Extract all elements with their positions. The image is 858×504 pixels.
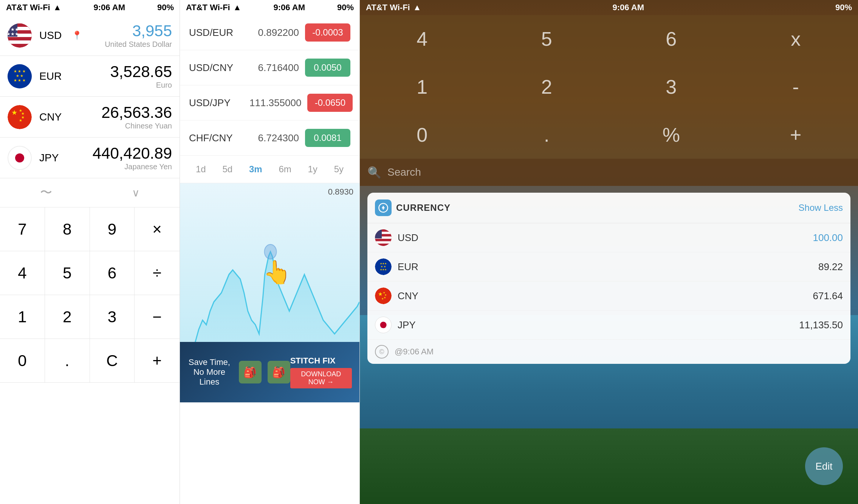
- rate-usdeur: 0.892200: [249, 27, 299, 39]
- show-less-button[interactable]: Show Less: [799, 203, 843, 213]
- widget-header: CURRENCY Show Less: [367, 193, 850, 223]
- p3-key-x[interactable]: x: [734, 15, 858, 63]
- cny-name: Chinese Yuan: [101, 122, 172, 130]
- p3-key-0[interactable]: 0: [360, 111, 485, 159]
- cny-value: 26,563.36: [101, 104, 172, 122]
- time-3m[interactable]: 3m: [245, 162, 267, 177]
- key-9[interactable]: 9: [90, 207, 135, 251]
- widget-value-cny: 671.64: [813, 290, 843, 302]
- key-5[interactable]: 5: [45, 251, 90, 295]
- footer-time: @9:06 AM: [395, 347, 434, 357]
- chevron-down-icon[interactable]: ∨: [132, 187, 140, 199]
- change-usdjpy: -0.0650: [307, 94, 353, 112]
- time-panel3: 9:06 AM: [612, 3, 644, 12]
- time-6m[interactable]: 6m: [274, 162, 296, 177]
- status-bar-panel2: AT&T Wi-Fi ▲ 9:06 AM 90%: [180, 0, 360, 15]
- jpy-dot: [380, 322, 387, 328]
- widget-title: CURRENCY: [396, 203, 451, 213]
- key-clear[interactable]: C: [90, 339, 135, 383]
- key-divide[interactable]: ÷: [135, 251, 180, 295]
- p3-key-plus[interactable]: +: [734, 111, 858, 159]
- key-minus[interactable]: −: [135, 295, 180, 339]
- widget-value-eur: 89.22: [818, 261, 843, 273]
- currency-row-jpy[interactable]: JPY 440,420.89 Japanese Yen: [0, 138, 180, 178]
- key-6[interactable]: 6: [90, 251, 135, 295]
- widget-flag-cny: ★ ★ ★ ★ ★: [375, 288, 392, 304]
- svg-rect-28: [375, 239, 392, 241]
- p3-key-minus[interactable]: -: [734, 63, 858, 111]
- exchange-row-usdcny[interactable]: USD/CNY 6.716400 0.0050: [180, 50, 359, 85]
- p3-key-1[interactable]: 1: [360, 63, 485, 111]
- usd-name: United States Dollar: [105, 40, 172, 49]
- change-chfcny: 0.0081: [305, 129, 350, 147]
- flag-cny: ★ ★ ★ ★ ★: [8, 105, 32, 129]
- svg-rect-7: [8, 44, 32, 48]
- time-1d[interactable]: 1d: [191, 162, 211, 177]
- p3-key-2[interactable]: 2: [485, 63, 609, 111]
- p3-key-3[interactable]: 3: [609, 63, 734, 111]
- cny-value-block: 26,563.36 Chinese Yuan: [101, 104, 172, 130]
- hand-cursor: 👆: [263, 259, 291, 286]
- calc-overlay: 4 5 6 x 1 2 3 - 0 . % +: [360, 15, 858, 159]
- widget-flag-usd: [375, 229, 392, 246]
- time-1y[interactable]: 1y: [304, 162, 322, 177]
- time-period-selector: 1d 5d 3m 6m 1y 5y: [180, 156, 359, 183]
- currency-row-usd[interactable]: ★★★ ★★★ USD 📍 3,955 United States Dollar: [0, 15, 180, 56]
- usd-value-block: 3,955 United States Dollar: [105, 22, 172, 49]
- key-0[interactable]: 0: [0, 339, 45, 383]
- search-bar[interactable]: 🔍 Search: [360, 159, 858, 186]
- key-multiply[interactable]: ×: [135, 207, 180, 251]
- change-usdeur: -0.0003: [305, 23, 350, 42]
- search-input[interactable]: Search: [387, 166, 850, 178]
- location-icon-usd: 📍: [72, 31, 82, 40]
- exchange-row-usdeur[interactable]: USD/EUR 0.892200 -0.0003: [180, 15, 359, 50]
- carrier-panel2: AT&T Wi-Fi: [186, 3, 230, 12]
- chart-high: 0.8930: [328, 187, 353, 197]
- svg-text:★: ★: [384, 296, 386, 299]
- p3-key-6[interactable]: 6: [609, 15, 734, 63]
- trend-icon[interactable]: 〜: [40, 184, 52, 201]
- currency-code-jpy: JPY: [39, 152, 70, 164]
- key-8[interactable]: 8: [45, 207, 90, 251]
- status-bar-left-panel1: AT&T Wi-Fi ▲: [6, 3, 61, 12]
- eur-name: Euro: [110, 81, 172, 90]
- search-icon: 🔍: [367, 166, 381, 179]
- exchange-row-usdjpy[interactable]: USD/JPY 111.355000 -0.0650: [180, 85, 359, 121]
- rate-usdjpy: 111.355000: [249, 97, 301, 109]
- time-panel2: 9:06 AM: [273, 3, 305, 12]
- svg-rect-29: [375, 241, 392, 244]
- key-2[interactable]: 2: [45, 295, 90, 339]
- time-5y[interactable]: 5y: [330, 162, 348, 177]
- widget-value-jpy: 11,135.50: [799, 319, 843, 331]
- key-1[interactable]: 1: [0, 295, 45, 339]
- flag-eur: ★ ★ ★ ★ ★ ★ ★ ★: [8, 64, 32, 88]
- widget-footer: © @9:06 AM: [367, 340, 850, 364]
- p3-key-percent[interactable]: %: [609, 111, 734, 159]
- key-plus[interactable]: +: [135, 339, 180, 383]
- svg-text:★★★: ★★★: [8, 31, 19, 37]
- widget-code-eur: EUR: [398, 261, 418, 273]
- p3-key-4[interactable]: 4: [360, 15, 485, 63]
- key-4[interactable]: 4: [0, 251, 45, 295]
- flag-jpy: [8, 146, 32, 170]
- currency-row-cny[interactable]: ★ ★ ★ ★ ★ CNY 26,563.36 Chinese Yuan: [0, 97, 180, 138]
- key-7[interactable]: 7: [0, 207, 45, 251]
- ad-banner[interactable]: Save Time,No More Lines 🎒 🎒 STITCH FIX D…: [180, 342, 359, 402]
- widget-row-usd[interactable]: USD 100.00: [367, 223, 850, 252]
- currency-row-eur[interactable]: ★ ★ ★ ★ ★ ★ ★ ★ EUR 3,528.65 Euro: [0, 56, 180, 97]
- time-5d[interactable]: 5d: [218, 162, 237, 177]
- p3-key-dot[interactable]: .: [485, 111, 609, 159]
- ad-cta[interactable]: DOWNLOAD NOW →: [290, 368, 352, 388]
- exchange-row-chfcny[interactable]: CHF/CNY 6.724300 0.0081: [180, 121, 359, 156]
- ad-text: Save Time,No More Lines: [187, 357, 231, 387]
- key-3[interactable]: 3: [90, 295, 135, 339]
- key-decimal[interactable]: .: [45, 339, 90, 383]
- pair-usdeur: USD/EUR: [189, 27, 249, 39]
- chart-area[interactable]: 0.8930 👆 0.8654 Save Time,No More Lines …: [180, 183, 359, 402]
- p3-key-5[interactable]: 5: [485, 15, 609, 63]
- edit-button[interactable]: Edit: [805, 447, 843, 485]
- widget-row-eur[interactable]: ★★★ ★ ★ ★★★ EUR 89.22: [367, 252, 850, 281]
- eur-value: 3,528.65: [110, 63, 172, 81]
- widget-row-jpy[interactable]: JPY 11,135.50: [367, 311, 850, 340]
- widget-row-cny[interactable]: ★ ★ ★ ★ ★ CNY 671.64: [367, 281, 850, 311]
